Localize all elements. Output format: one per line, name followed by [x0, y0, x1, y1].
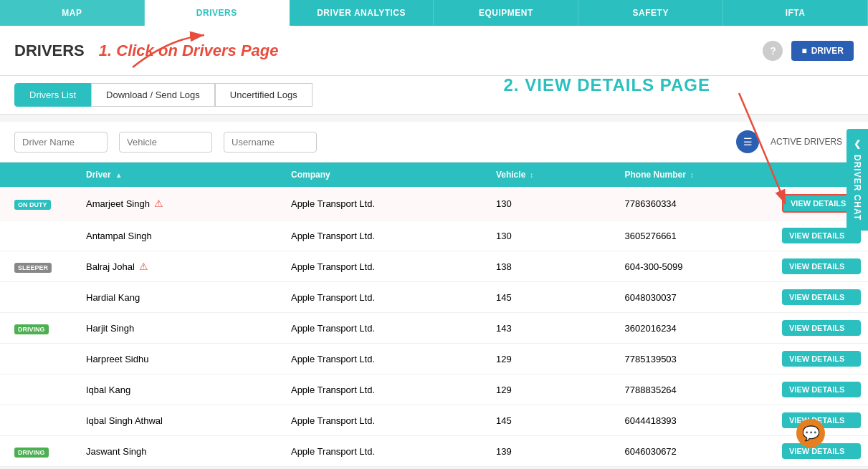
row-driver: Harpreet Sidhu	[79, 354, 284, 364]
driver-name-input[interactable]	[14, 132, 108, 153]
row-driver: Iqbal Kang	[79, 385, 284, 395]
arrow-annotation-2	[682, 86, 796, 215]
row-action: VIEW DETAILS	[775, 289, 868, 305]
view-details-button[interactable]: VIEW DETAILS	[782, 382, 861, 397]
col-header-driver[interactable]: Driver ▲	[79, 170, 284, 180]
row-driver: Amarjeet Singh ⚠	[79, 198, 284, 209]
table-row: DRIVING Jaswant Singh Apple Transport Lt…	[0, 436, 868, 467]
row-driver: Antampal Singh	[79, 231, 284, 241]
status-badge-driving: DRIVING	[14, 448, 49, 458]
chat-bubble-button[interactable]: 💬	[796, 419, 825, 448]
warning-icon: ⚠	[154, 198, 163, 209]
row-vehicle: 130	[489, 198, 618, 209]
table-row: Hardial Kang Apple Transport Ltd. 145 60…	[0, 282, 868, 313]
chevron-left-icon: ❮	[854, 139, 862, 149]
row-action: VIEW DETAILS	[775, 258, 868, 274]
row-action: VIEW DETAILS	[775, 320, 868, 336]
row-company: Apple Transport Ltd.	[284, 415, 489, 426]
row-vehicle: 145	[489, 415, 618, 426]
row-vehicle: 129	[489, 354, 618, 364]
table-row: Iqbal Singh Athwal Apple Transport Ltd. …	[0, 405, 868, 436]
row-phone: 6046030672	[618, 446, 775, 457]
row-vehicle: 145	[489, 292, 618, 303]
view-details-button[interactable]: VIEW DETAILS	[782, 320, 861, 336]
row-status: ON DUTY	[0, 198, 79, 209]
row-vehicle: 130	[489, 231, 618, 241]
row-action: VIEW DETAILS	[775, 443, 868, 459]
row-phone: 7785139503	[618, 354, 775, 364]
username-input[interactable]	[224, 132, 317, 153]
nav-map[interactable]: MAP	[0, 0, 145, 26]
row-phone: 7788835264	[618, 385, 775, 395]
page-header: DRIVERS 1. Click on Drivers Page ? ■ DRI…	[0, 26, 868, 76]
tab-uncertified-logs[interactable]: Uncertified Logs	[215, 83, 313, 107]
row-vehicle: 143	[489, 323, 618, 334]
row-phone: 3602016234	[618, 323, 775, 334]
row-company: Apple Transport Ltd.	[284, 354, 489, 364]
row-action: VIEW DETAILS	[775, 351, 868, 367]
status-badge-on-duty: ON DUTY	[14, 200, 51, 210]
sub-tab-bar: Drivers List Download / Send Logs Uncert…	[0, 76, 868, 115]
tab-drivers-list[interactable]: Drivers List	[14, 83, 91, 107]
row-driver: Hardial Kang	[79, 292, 284, 303]
view-details-button[interactable]: VIEW DETAILS	[782, 351, 861, 367]
col-header-vehicle[interactable]: Vehicle ↕	[489, 170, 618, 180]
table-row: SLEEPER Balraj Johal ⚠ Apple Transport L…	[0, 251, 868, 282]
row-company: Apple Transport Ltd.	[284, 231, 489, 241]
add-driver-label: DRIVER	[811, 46, 844, 56]
row-company: Apple Transport Ltd.	[284, 323, 489, 334]
row-driver: Harjit Singh	[79, 323, 284, 334]
row-vehicle: 139	[489, 446, 618, 457]
add-driver-icon: ■	[801, 46, 806, 56]
chat-icon: 💬	[802, 425, 820, 442]
nav-ifta[interactable]: IFTA	[723, 0, 868, 26]
table-row: Iqbal Kang Apple Transport Ltd. 129 7788…	[0, 374, 868, 405]
sort-vehicle-icon[interactable]: ↕	[530, 171, 533, 179]
page-title: DRIVERS	[14, 42, 85, 60]
driver-chat-label: DRIVER CHAT	[852, 155, 862, 221]
row-status: SLEEPER	[0, 261, 79, 272]
table-row: Antampal Singh Apple Transport Ltd. 130 …	[0, 221, 868, 251]
header-actions: ? ■ DRIVER	[763, 41, 854, 61]
row-vehicle: 138	[489, 261, 618, 272]
view-details-button[interactable]: VIEW DETAILS	[782, 289, 861, 305]
row-driver: Iqbal Singh Athwal	[79, 415, 284, 426]
row-phone: 3605276661	[618, 231, 775, 241]
row-phone: 6044418393	[618, 415, 775, 426]
status-badge-driving: DRIVING	[14, 324, 49, 334]
step2-annotation: 2. VIEW DETAILS PAGE	[504, 75, 710, 95]
row-action: VIEW DETAILS	[775, 382, 868, 397]
row-status: DRIVING	[0, 446, 79, 457]
step1-annotation: 1. Click on Drivers Page	[99, 42, 279, 60]
row-company: Apple Transport Ltd.	[284, 198, 489, 209]
table-row: DRIVING Harjit Singh Apple Transport Ltd…	[0, 313, 868, 344]
top-navigation: MAP DRIVERS DRIVER ANALYTICS EQUIPMENT S…	[0, 0, 868, 26]
add-driver-button[interactable]: ■ DRIVER	[791, 41, 854, 61]
row-company: Apple Transport Ltd.	[284, 385, 489, 395]
row-company: Apple Transport Ltd.	[284, 261, 489, 272]
sort-driver-icon[interactable]: ▲	[115, 171, 123, 179]
row-driver: Jaswant Singh	[79, 446, 284, 457]
status-badge-sleeper: SLEEPER	[14, 263, 52, 273]
row-vehicle: 129	[489, 385, 618, 395]
row-phone: 604-300-5099	[618, 261, 775, 272]
vehicle-input[interactable]	[119, 132, 212, 153]
driver-chat-sidebar[interactable]: ❮ DRIVER CHAT	[846, 129, 868, 231]
tab-download-send-logs[interactable]: Download / Send Logs	[91, 83, 215, 107]
nav-driver-analytics[interactable]: DRIVER ANALYTICS	[290, 0, 434, 26]
warning-icon: ⚠	[139, 261, 148, 272]
nav-drivers[interactable]: DRIVERS	[145, 0, 290, 26]
row-driver: Balraj Johal ⚠	[79, 261, 284, 272]
nav-equipment[interactable]: EQUIPMENT	[434, 0, 578, 26]
row-company: Apple Transport Ltd.	[284, 292, 489, 303]
col-header-company: Company	[284, 170, 489, 180]
nav-safety[interactable]: SAFETY	[578, 0, 723, 26]
view-details-button[interactable]: VIEW DETAILS	[782, 443, 861, 459]
row-company: Apple Transport Ltd.	[284, 446, 489, 457]
view-details-button[interactable]: VIEW DETAILS	[782, 258, 861, 274]
row-status: DRIVING	[0, 323, 79, 334]
row-phone: 6048030037	[618, 292, 775, 303]
table-row: Harpreet Sidhu Apple Transport Ltd. 129 …	[0, 344, 868, 374]
help-button[interactable]: ?	[763, 41, 783, 61]
